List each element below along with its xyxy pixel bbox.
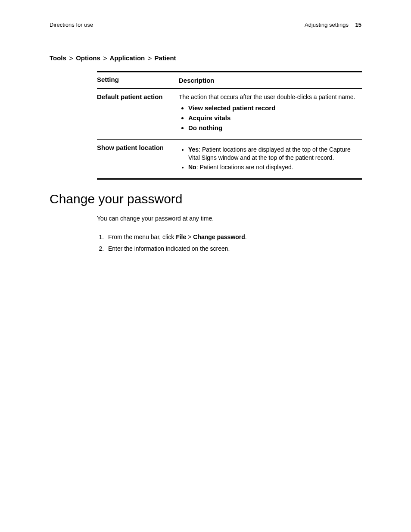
breadcrumb-item: Application (110, 54, 145, 62)
breadcrumb-item: Tools (50, 54, 66, 62)
setting-name: Default patient action (97, 89, 179, 139)
table-row: Show patient location Yes: Patient locat… (97, 140, 362, 179)
section-title: Change your password (50, 192, 361, 206)
option-text: : Patient locations are displayed at the… (188, 146, 351, 162)
breadcrumb: Tools > Options > Application > Patient (50, 54, 361, 62)
table-row: Default patient action The action that o… (97, 89, 362, 139)
steps-list: From the menu bar, click File > Change p… (97, 233, 361, 253)
header-left: Directions for use (50, 22, 93, 28)
setting-description: Yes: Patient locations are displayed at … (179, 140, 362, 179)
document-page: Directions for use Adjusting settings 15… (0, 0, 411, 253)
chevron-right-icon: > (68, 54, 74, 62)
section-body: You can change your password at any time… (97, 214, 361, 253)
list-item: Do nothing (188, 123, 362, 132)
menu-name: File (176, 233, 186, 240)
step-text: . (245, 233, 247, 240)
menu-name: Change password (193, 233, 245, 240)
section-intro: You can change your password at any time… (97, 214, 361, 223)
options-list: View selected patient record Acquire vit… (179, 103, 362, 132)
step-text: Enter the information indicated on the s… (108, 245, 230, 252)
step-item: From the menu bar, click File > Change p… (106, 233, 361, 242)
header-right: Adjusting settings 15 (305, 22, 361, 28)
page-header: Directions for use Adjusting settings 15 (50, 22, 361, 28)
step-separator: > (186, 233, 193, 240)
list-item: No: Patient locations are not displayed. (188, 163, 362, 172)
page-number: 15 (355, 22, 361, 28)
column-header-setting: Setting (97, 72, 179, 88)
settings-table: Setting Description Default patient acti… (97, 71, 362, 180)
table-rule (97, 178, 362, 180)
setting-description: The action that occurs after the user do… (179, 89, 362, 139)
setting-name: Show patient location (97, 140, 179, 179)
list-item: Yes: Patient locations are displayed at … (188, 146, 362, 162)
option-label: No (188, 164, 196, 171)
options-list: Yes: Patient locations are displayed at … (179, 146, 362, 172)
list-item: View selected patient record (188, 103, 362, 112)
step-text: From the menu bar, click (108, 233, 176, 240)
description-intro: The action that occurs after the user do… (179, 93, 355, 100)
step-item: Enter the information indicated on the s… (106, 244, 361, 253)
option-text: : Patient locations are not displayed. (196, 164, 293, 171)
chevron-right-icon: > (102, 54, 108, 62)
column-header-description: Description (179, 72, 362, 88)
breadcrumb-item: Patient (155, 54, 176, 62)
option-label: Yes (188, 146, 199, 153)
list-item: Acquire vitals (188, 113, 362, 122)
breadcrumb-item: Options (76, 54, 100, 62)
header-section-name: Adjusting settings (305, 22, 349, 28)
table-header-row: Setting Description (97, 72, 362, 88)
chevron-right-icon: > (146, 54, 153, 62)
